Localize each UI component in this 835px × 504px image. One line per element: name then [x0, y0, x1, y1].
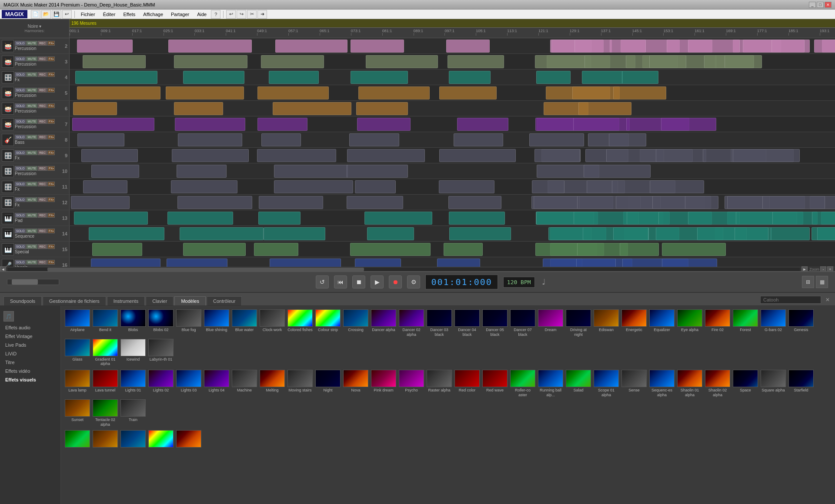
solo-button-6[interactable]: SOLO [15, 103, 26, 108]
solo-button-9[interactable]: SOLO [15, 150, 26, 155]
media-item-shaolin-01-alpha[interactable]: Shaolin 01 alpha [677, 370, 703, 398]
mute-button-12[interactable]: MUTE [26, 197, 37, 202]
clip2-15-2[interactable] [620, 243, 659, 256]
solo-button-10[interactable]: SOLO [15, 166, 26, 171]
solo-button-7[interactable]: SOLO [15, 119, 26, 124]
undo-button[interactable]: ↩ [62, 10, 72, 19]
fx-button-10[interactable]: FX• [47, 166, 55, 171]
clip-10-1[interactable] [177, 165, 226, 178]
media-item-lava-tunnel[interactable]: Lava tunnel [92, 370, 118, 398]
clip-12-2[interactable] [259, 196, 323, 209]
record-button[interactable]: ⏺ [389, 275, 402, 288]
media-item-bend-it[interactable]: Bend it [92, 309, 118, 337]
media-item-clockwork[interactable]: Clock-work [259, 309, 285, 337]
clip-6-1[interactable] [174, 102, 223, 115]
fx-button-9[interactable]: FX• [47, 150, 55, 155]
rec-button-7[interactable]: REC [38, 119, 47, 124]
fx-button-13[interactable]: FX• [47, 213, 55, 218]
solo-button-13[interactable]: SOLO [15, 213, 26, 218]
track-content-3[interactable] [70, 54, 835, 69]
media-item-blue-fog[interactable]: Blue fog [176, 309, 202, 337]
category-livid[interactable]: LiViD [0, 349, 60, 358]
clip2-6-1[interactable] [578, 102, 631, 115]
rec-button-2[interactable]: REC [38, 41, 47, 46]
category-vintage[interactable]: Effet Vintage [0, 332, 60, 341]
menu-aide[interactable]: Aide [194, 11, 210, 18]
mute-button-16[interactable]: MUTE [26, 260, 37, 265]
clip2-2-6[interactable] [772, 40, 805, 53]
clip2-16-3[interactable] [662, 259, 717, 267]
fx-button-8[interactable]: FX• [47, 135, 55, 139]
media-item-space[interactable]: Space [732, 370, 758, 398]
clip2-7-3[interactable] [661, 118, 716, 131]
media-item-crossing[interactable]: Crossing [343, 309, 369, 337]
clip-10-0[interactable] [91, 165, 139, 178]
mute-button-8[interactable]: MUTE [26, 135, 37, 139]
clip-9-0[interactable] [81, 149, 138, 162]
media-item-labyrinth-01[interactable]: Labyrin-th 01 [148, 339, 174, 367]
scrollbar-track[interactable] [8, 268, 800, 271]
clip2-11-0[interactable] [532, 180, 564, 193]
media-item-item-r3-2[interactable] [92, 430, 118, 448]
menu-affichage[interactable]: Affichage [140, 11, 167, 18]
rec-button-14[interactable]: REC [38, 229, 47, 233]
media-item-colored-fishes[interactable]: Colored fishes [287, 309, 313, 337]
track-content-4[interactable] [70, 70, 835, 85]
arrow-button[interactable]: ➜ [257, 10, 267, 19]
clip-7-4[interactable] [457, 118, 508, 131]
clip-13-4[interactable] [449, 212, 505, 225]
media-item-dancer-05-black[interactable]: Dancer 05 black [482, 309, 508, 337]
media-item-gradient-01-alpha[interactable]: Gradient 01 alpha [92, 339, 118, 367]
media-item-equalizer[interactable]: Equalizer [649, 309, 675, 337]
media-item-icewind[interactable]: Icewind [120, 339, 146, 367]
clip-8-2[interactable] [261, 133, 301, 146]
clip2-16-1[interactable] [576, 259, 616, 267]
transport-scroll[interactable] [7, 279, 59, 285]
maximize-button[interactable]: □ [817, 2, 824, 8]
media-item-dancer-alpha[interactable]: Dancer alpha [371, 309, 397, 337]
clip-6-0[interactable] [73, 102, 117, 115]
clip2-5-1[interactable] [572, 86, 620, 99]
clip-14-4[interactable] [449, 227, 511, 240]
media-item-dancer-04-black[interactable]: Dancer 04 black [454, 309, 480, 337]
mute-button-5[interactable]: MUTE [26, 88, 37, 93]
media-item-eye-alpha[interactable]: Eye alpha [677, 309, 703, 337]
clip-15-4[interactable] [444, 243, 483, 256]
rec-button-6[interactable]: REC [38, 103, 47, 108]
mute-button-3[interactable]: MUTE [26, 56, 37, 61]
clip-5-3[interactable] [358, 86, 430, 99]
clip2-11-3[interactable] [650, 180, 704, 193]
media-item-fire-02[interactable]: Fire 02 [705, 309, 731, 337]
settings-button[interactable]: ⚙ [407, 275, 420, 288]
fx-button-16[interactable]: FX• [47, 260, 55, 265]
clip2-7-1[interactable] [573, 118, 630, 131]
clip2-2-4[interactable] [688, 40, 740, 53]
clip2-9-5[interactable] [733, 149, 800, 162]
media-item-starfield[interactable]: Starfield [788, 370, 814, 398]
clip-15-2[interactable] [254, 243, 298, 256]
rec-button-3[interactable]: REC [38, 56, 47, 61]
media-item-machine[interactable]: Machine [231, 370, 257, 398]
track-content-11[interactable] [70, 179, 835, 194]
clip2-10-1[interactable] [584, 165, 651, 178]
clip2-13-4[interactable] [688, 212, 740, 225]
clip-12-3[interactable] [347, 196, 403, 209]
clip-16-0[interactable] [91, 259, 160, 267]
clip-11-0[interactable] [83, 180, 127, 193]
tab-instruments[interactable]: Instruments [107, 296, 145, 305]
key-selector[interactable]: Noire ▾ [28, 24, 42, 29]
media-item-lights-02[interactable]: Lights 02 [148, 370, 174, 398]
clip-3-1[interactable] [174, 55, 247, 68]
clip-9-1[interactable] [172, 149, 249, 162]
fx-button-6[interactable]: FX• [47, 103, 55, 108]
play-button[interactable]: ▶ [371, 275, 384, 288]
metronome-icon[interactable]: ♩ [542, 277, 545, 287]
clip-16-4[interactable] [437, 259, 480, 267]
minimize-button[interactable]: _ [809, 2, 816, 8]
rec-button-13[interactable]: REC [38, 213, 47, 218]
clip-13-1[interactable] [167, 212, 233, 225]
media-item-lights-04[interactable]: Lights 04 [204, 370, 230, 398]
save-button[interactable]: 💾 [52, 10, 61, 19]
media-item-salad[interactable]: Salad [565, 370, 591, 398]
clip-4-2[interactable] [269, 71, 319, 84]
